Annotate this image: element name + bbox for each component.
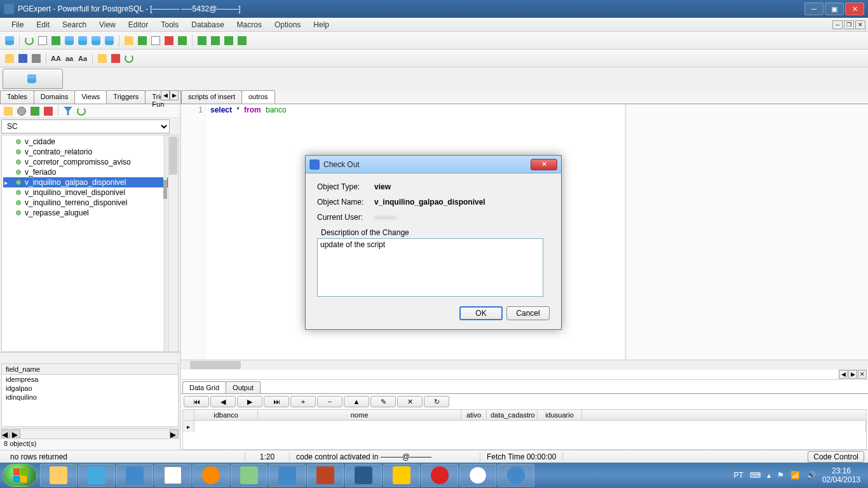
- object-name-value: v_inquilino_galpao_disponivel: [374, 198, 485, 207]
- object-name-label: Object Name:: [317, 198, 374, 207]
- dialog-overlay: Check Out ✕ Object Type: view Object Nam…: [0, 0, 868, 488]
- object-type-label: Object Type:: [317, 182, 374, 191]
- object-type-value: view: [374, 182, 391, 191]
- description-label: Description of the Change: [317, 228, 550, 237]
- dialog-titlebar[interactable]: Check Out ✕: [306, 156, 561, 173]
- checkout-dialog: Check Out ✕ Object Type: view Object Nam…: [305, 155, 562, 330]
- dialog-close-button[interactable]: ✕: [531, 159, 557, 170]
- current-user-value: ────: [374, 213, 396, 222]
- ok-button[interactable]: OK: [459, 306, 503, 320]
- current-user-label: Current User:: [317, 213, 374, 222]
- dialog-icon: [309, 159, 320, 170]
- description-textarea[interactable]: [317, 238, 543, 297]
- cancel-button[interactable]: Cancel: [506, 306, 550, 320]
- dialog-title: Check Out: [323, 160, 531, 169]
